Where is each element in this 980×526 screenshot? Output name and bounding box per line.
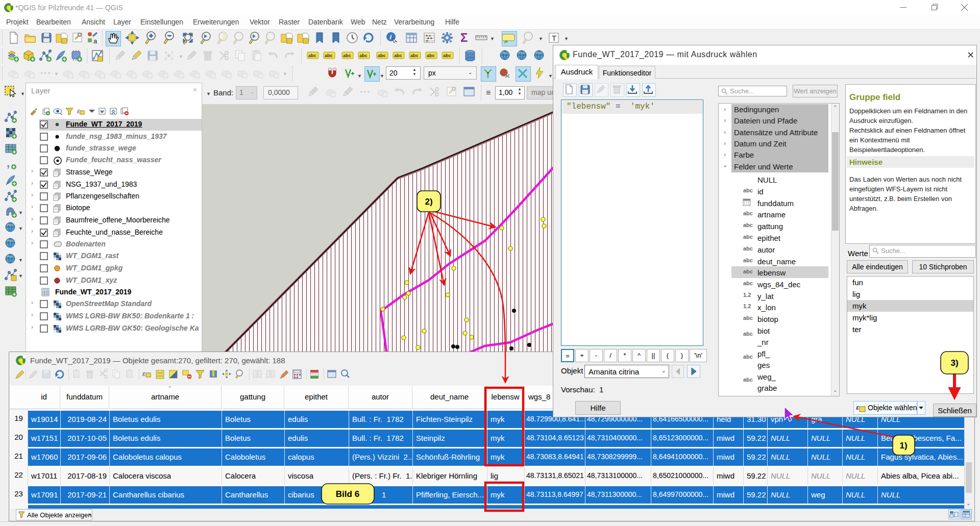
svg-text:3): 3): [950, 358, 958, 368]
svg-text:1): 1): [899, 441, 907, 450]
svg-text:Bild 6: Bild 6: [336, 489, 359, 499]
svg-text:2): 2): [425, 197, 432, 207]
